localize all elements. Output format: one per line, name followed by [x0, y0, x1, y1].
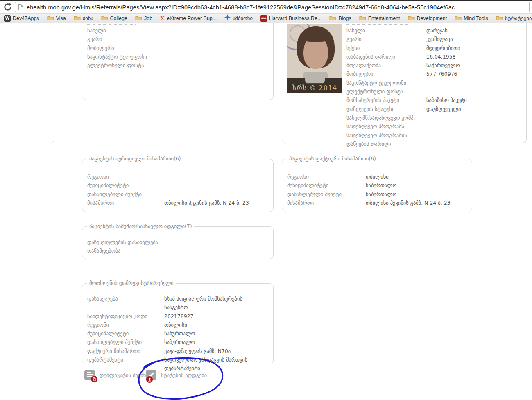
field-value: საბურთალო [366, 181, 396, 190]
field-row: სახელმწ.სადაზღვევო კომპ. [346, 113, 523, 122]
field-value: საბურთალო [164, 338, 195, 346]
field-label: მისამართი [287, 199, 366, 207]
field-label: გვარი [87, 35, 210, 43]
panel-legend: მოთხოვნის დამრეგისტრირებელი [87, 280, 176, 286]
folder-icon [329, 14, 336, 22]
field-row: მოქალაქეობასაქართველო [346, 61, 523, 70]
field-label: მუნიციპალიტეტი [87, 329, 164, 338]
field-row: დაბადების თარიღი16.04.1958 [346, 52, 523, 61]
action-label: დუბლიკატის შექმნა [100, 372, 149, 378]
bookmark-item[interactable]: XeXtreme Power Sup... [160, 15, 217, 22]
field-row: ელექტრონული ფოსტა [87, 61, 267, 70]
field-label: საკონტაქტო ტელეფონი [87, 52, 210, 61]
field-label: სადეზღვევო პროგრამა [346, 122, 426, 131]
bookmark-item[interactable]: Visa [47, 14, 66, 22]
pencil-icon [145, 369, 157, 381]
field-row: მობილური [87, 44, 267, 52]
field-value: კვაშილავა [426, 35, 453, 43]
field-label: დასახელება [87, 294, 164, 303]
field-label: ელექტრონული ფოსტა [346, 87, 426, 96]
field-row: გვარიკვაშილავა [346, 35, 523, 43]
url-bar[interactable]: ehealth.moh.gov.ge/Hmis/Referrals/Pages/… [15, 2, 530, 12]
field-label: რეგიონი [87, 172, 164, 181]
field-label: დაწესებულების დასახელება [87, 238, 210, 246]
clipped-text-remnant [346, 24, 408, 25]
field-row: დასახლებული პუნქტი [87, 190, 267, 199]
work-place-panel: პაციენტის სამუშაო/სასწავლო ადგილი(7) დაწ… [82, 226, 274, 259]
document-lines-icon [84, 369, 95, 381]
bookmark-item[interactable]: HBRHarvard Business Re... [260, 15, 322, 22]
field-row: სადეზღვევო პროგრამის დაწყების თარიღი [346, 131, 523, 149]
page-favicon [18, 4, 23, 10]
field-label: მუნიციპალიტეტი [287, 181, 366, 190]
field-row: დაზღვევის სტატუსიდაუზღვეველი [346, 105, 523, 113]
bookmark-item[interactable]: ამბიონი [224, 14, 253, 22]
field-label: მისამართი [87, 199, 164, 207]
bookmark-item[interactable]: ბინა [74, 14, 93, 22]
bookmark-item[interactable]: Entertainment [359, 14, 400, 22]
url-text: ehealth.moh.gov.ge/Hmis/Referrals/Pages/… [27, 4, 455, 11]
bookmark-label: eXtreme Power Sup... [167, 16, 217, 21]
bookmark-item[interactable]: Blogs [329, 14, 351, 22]
field-value: თბილისი [366, 172, 389, 181]
field-value: საბურთალო [164, 329, 195, 338]
field-value: საბაზისო პაკეტი [426, 96, 467, 104]
field-value: თბილისი პეკინის გამზ. N 24 ბ. 23 [366, 199, 451, 207]
actual-address-panel: პაციენტის ფაქტიური მისამართი(6) რეგიონით… [282, 159, 472, 212]
form-container-border [72, 23, 72, 400]
field-value: 16.04.1958 [426, 52, 456, 61]
field-label: გვარი [346, 35, 426, 43]
folder-icon [135, 14, 142, 22]
field-row: სახელი [87, 26, 267, 35]
field-label: მოქალაქეობა [346, 61, 426, 70]
field-row: სქესიმდედრობითი [346, 44, 523, 52]
field-row: სახელიდარეჯან [346, 26, 523, 35]
field-value: დაუზღვეველი [426, 105, 461, 113]
bookmark-item[interactable]: Job [135, 14, 152, 22]
bookmark-item[interactable]: სტრატეგია და ორ... [496, 14, 532, 22]
folder-icon [47, 14, 54, 22]
create-duplicate-button[interactable]: დუბლიკატის შექმნა [84, 369, 149, 381]
field-label: ფაქტიური მისამართი [87, 347, 164, 355]
panel-legend: პაციენტის ფაქტიური მისამართი(6) [287, 156, 378, 162]
bookmark-item[interactable]: College [101, 14, 127, 22]
action-label: სტატუსის აღდგენა [161, 372, 207, 378]
bookmark-item[interactable]: Development [408, 14, 447, 22]
field-row: საკონტაქტო ტელეფონი [87, 52, 267, 61]
field-row: დასახელებასსიპ სოციალური მომსახურების სა… [87, 294, 269, 312]
field-label: დასახლებული პუნქტი [87, 338, 164, 346]
field-row: მობილური577 760976 [346, 70, 523, 78]
folder-icon [101, 14, 108, 22]
bookmark-label: Mind Tools [464, 16, 488, 21]
field-row: მომსახურების პაკეტისაბაზისო პაკეტი [346, 96, 523, 104]
field-value: დარეჯან [426, 26, 447, 35]
browser-toolbar: ehealth.moh.gov.ge/Hmis/Referrals/Pages/… [0, 1, 532, 13]
bookmark-label: Job [144, 16, 152, 21]
field-label: ელექტრონული ფოსტა [87, 61, 210, 70]
bookmark-label: Visa [56, 16, 66, 21]
field-row: დასახლებული პუნქტისაბურთალო [87, 338, 269, 346]
bookmark-item[interactable]: Mind Tools [455, 14, 488, 22]
field-label: სადეზღვევო პროგრამის დაწყების თარიღი [346, 131, 426, 149]
reload-icon[interactable] [3, 2, 13, 12]
bookmark-item[interactable]: WDev47Apps [4, 15, 39, 22]
restore-status-button[interactable]: სტატუსის აღდგენა [145, 369, 207, 381]
patient-photo: სრს © 2014 [287, 24, 342, 93]
bookmark-label: College [110, 16, 127, 21]
field-row: დაწესებულების დასახელება [87, 238, 267, 246]
field-label: საიდენტიფიკაციო კოდი [87, 312, 164, 321]
legal-address-panel: პაციენტის იურიდიული მისამართი(6) რეგიონი… [82, 159, 274, 212]
field-label: დასახლებული პუნქტი [87, 190, 164, 199]
photo-watermark: სრს © 2014 [287, 83, 342, 93]
field-row: საიდენტიფიკაციო კოდი202178927 [87, 312, 269, 321]
hbr-icon: HBR [260, 15, 267, 22]
field-value: 202178927 [164, 312, 194, 321]
field-label: დაზღვევის სტატუსი [346, 105, 426, 113]
field-row: დასახლებული პუნქტისაბურთალო [287, 190, 467, 199]
field-value: თბილისი პეკინის გამზ. N 24 ბ. 23 [164, 199, 249, 207]
bookmark-label: Entertainment [368, 16, 400, 21]
bookmark-label: ამბიონი [233, 15, 253, 21]
field-label: მუნიციპალიტეტი [87, 181, 164, 190]
bookmark-label: Blogs [338, 16, 351, 21]
registrar-panel: მოთხოვნის დამრეგისტრირებელი დასახელებასს… [82, 283, 274, 364]
